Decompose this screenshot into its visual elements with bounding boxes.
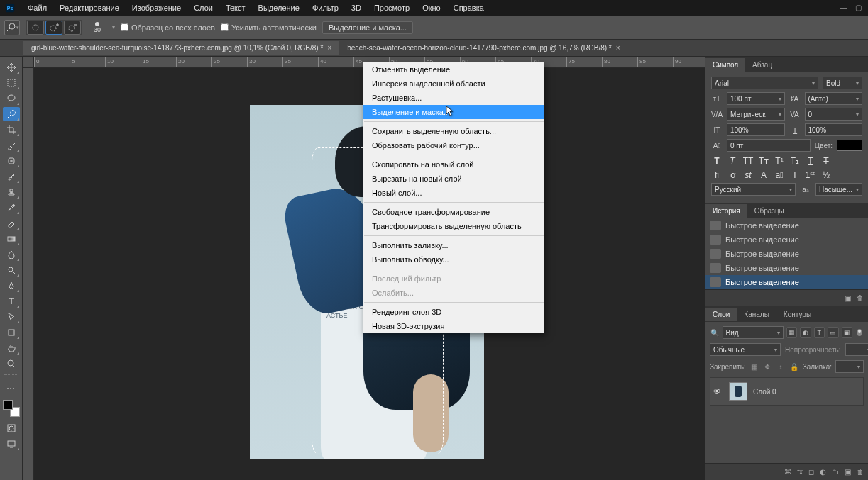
- menu-3d[interactable]: 3D: [345, 1, 368, 14]
- context-menu-item[interactable]: Новая 3D-экструзия: [363, 319, 544, 333]
- layer-thumbnail[interactable]: [729, 382, 747, 401]
- blur-tool-icon[interactable]: [3, 247, 20, 262]
- stylistic-icon[interactable]: st: [742, 170, 754, 180]
- hand-tool-icon[interactable]: [3, 341, 20, 355]
- text-color-swatch[interactable]: [837, 140, 862, 151]
- type-tool-icon[interactable]: [3, 294, 20, 308]
- history-brush-tool-icon[interactable]: [3, 201, 20, 215]
- tab-swatches[interactable]: Образцы: [747, 204, 791, 218]
- history-item[interactable]: Быстрое выделение: [705, 275, 868, 289]
- close-icon[interactable]: ×: [327, 44, 331, 52]
- color-swatches[interactable]: [3, 400, 20, 417]
- layer-visibility-icon[interactable]: 👁: [713, 387, 723, 396]
- close-icon[interactable]: ×: [616, 44, 620, 52]
- menu-window[interactable]: Окно: [416, 1, 447, 14]
- subtract-selection-icon[interactable]: [64, 21, 81, 35]
- menu-filter[interactable]: Фильтр: [306, 1, 345, 14]
- history-item[interactable]: Быстрое выделение: [705, 233, 868, 247]
- brush-size-picker[interactable]: 30: [88, 20, 106, 35]
- healing-tool-icon[interactable]: [3, 154, 20, 168]
- lock-artboard-icon[interactable]: ↕: [776, 363, 786, 371]
- context-menu-item[interactable]: Инверсия выделенной области: [363, 77, 544, 91]
- history-delete-icon[interactable]: 🗑: [857, 294, 864, 302]
- ordinals-icon[interactable]: aͩ: [774, 170, 785, 180]
- fill-input[interactable]: ▾: [835, 360, 864, 373]
- tracking-select[interactable]: 0▾: [805, 108, 863, 121]
- menu-edit[interactable]: Редактирование: [53, 1, 126, 14]
- eyedropper-tool-icon[interactable]: [3, 138, 20, 152]
- zoom-tool-icon[interactable]: [3, 357, 20, 371]
- context-menu-item[interactable]: Сохранить выделенную область...: [363, 124, 544, 138]
- add-selection-icon[interactable]: [45, 21, 62, 35]
- brush-tool-icon[interactable]: [3, 169, 20, 184]
- font-size-select[interactable]: 100 пт▾: [727, 92, 785, 105]
- tab-channels[interactable]: Каналы: [737, 308, 776, 321]
- smallcaps-icon[interactable]: Tᴛ: [758, 156, 769, 166]
- window-minimize-button[interactable]: —: [837, 0, 851, 16]
- new-selection-icon[interactable]: [27, 21, 44, 35]
- filter-smart-icon[interactable]: ▣: [842, 327, 853, 338]
- lock-all-icon[interactable]: 🔒: [789, 363, 799, 371]
- context-menu-item[interactable]: Трансформировать выделенную область: [363, 219, 544, 233]
- kerning-select[interactable]: Метрическ▾: [727, 108, 785, 121]
- menu-layers[interactable]: Слои: [187, 1, 219, 14]
- screen-mode-icon[interactable]: [3, 437, 20, 451]
- layers-new-icon[interactable]: ▣: [845, 468, 851, 476]
- underline-icon[interactable]: T: [805, 156, 816, 166]
- menu-help[interactable]: Справка: [447, 1, 490, 14]
- history-item[interactable]: Быстрое выделение: [705, 218, 868, 233]
- lock-position-icon[interactable]: ✥: [762, 363, 772, 371]
- subscript-icon[interactable]: T₁: [789, 156, 801, 166]
- context-menu-item[interactable]: Новый слой...: [363, 186, 544, 200]
- layers-adjust-icon[interactable]: ◐: [820, 468, 826, 476]
- tab-layers[interactable]: Слои: [705, 308, 737, 321]
- baseline-input[interactable]: 0 пт: [727, 139, 811, 152]
- pen-tool-icon[interactable]: [3, 279, 20, 293]
- discretionary-icon[interactable]: ½: [820, 170, 832, 180]
- document-tab-1[interactable]: girl-blue-water-shoulder-sea-turquoise-1…: [23, 41, 339, 55]
- hscale-input[interactable]: 100%: [805, 123, 863, 136]
- layer-row[interactable]: 👁 Слой 0: [710, 377, 864, 406]
- edit-toolbar-icon[interactable]: ···: [3, 381, 20, 395]
- tab-paths[interactable]: Контуры: [776, 308, 818, 321]
- menu-file[interactable]: Файл: [21, 1, 53, 14]
- allcaps-icon[interactable]: TT: [742, 156, 754, 166]
- layers-mask-icon[interactable]: ◻: [808, 468, 814, 476]
- layers-group-icon[interactable]: 🗀: [832, 468, 839, 476]
- language-select[interactable]: Русский▾: [711, 183, 796, 196]
- filter-shape-icon[interactable]: ▭: [828, 327, 839, 338]
- history-item[interactable]: Быстрое выделение: [705, 247, 868, 261]
- tool-thumb-icon[interactable]: ▾: [4, 20, 20, 35]
- crop-tool-icon[interactable]: [3, 123, 20, 137]
- quick-mask-icon[interactable]: [3, 421, 20, 435]
- layers-fx-icon[interactable]: fx: [797, 468, 803, 476]
- bold-icon[interactable]: T: [711, 156, 723, 166]
- superscript-icon[interactable]: T¹: [774, 156, 785, 166]
- dodge-tool-icon[interactable]: [3, 263, 20, 277]
- blend-mode-select[interactable]: Обычные▾: [710, 343, 781, 356]
- context-menu-item[interactable]: Растушевка...: [363, 91, 544, 105]
- context-menu-item[interactable]: Образовать рабочий контур...: [363, 138, 544, 152]
- lock-pixels-icon[interactable]: ▦: [749, 363, 759, 371]
- fractions-icon[interactable]: 1ˢᵗ: [805, 170, 816, 180]
- font-family-select[interactable]: Arial▾: [711, 77, 818, 89]
- strikethrough-icon[interactable]: T: [820, 156, 832, 166]
- menu-text[interactable]: Текст: [219, 1, 252, 14]
- move-tool-icon[interactable]: [3, 60, 20, 74]
- tab-character[interactable]: Символ: [705, 58, 745, 72]
- menu-image[interactable]: Изображение: [126, 1, 187, 14]
- filter-pixel-icon[interactable]: ▦: [786, 327, 798, 338]
- context-menu-item[interactable]: Свободное трансформирование: [363, 205, 544, 219]
- layers-link-icon[interactable]: ⌘: [784, 468, 791, 476]
- sample-all-layers-checkbox[interactable]: Образец со всех слоев: [121, 23, 215, 32]
- layers-delete-icon[interactable]: 🗑: [857, 468, 864, 476]
- layer-filter-kind-select[interactable]: Вид▾: [723, 326, 784, 339]
- tab-history[interactable]: История: [705, 204, 747, 218]
- window-restore-button[interactable]: ▢: [851, 0, 865, 16]
- context-menu-item[interactable]: Рендеринг слоя 3D: [363, 305, 544, 319]
- leading-select[interactable]: (Авто)▾: [805, 92, 863, 105]
- font-weight-select[interactable]: Bold▾: [823, 77, 862, 89]
- marquee-tool-icon[interactable]: [3, 76, 20, 90]
- eraser-tool-icon[interactable]: [3, 216, 20, 230]
- filter-adjust-icon[interactable]: ◐: [800, 327, 811, 338]
